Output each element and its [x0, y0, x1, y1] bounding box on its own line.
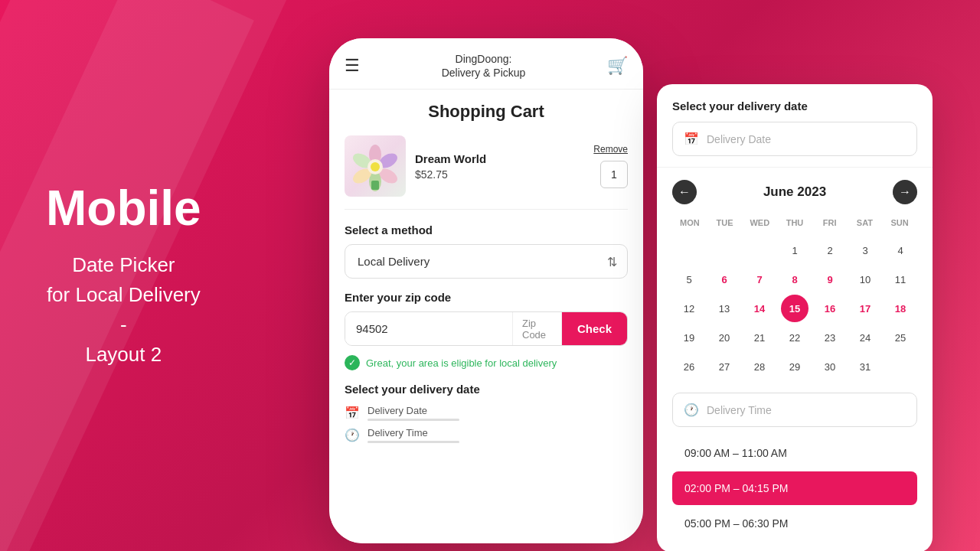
delivery-time-bar: [368, 441, 459, 443]
delivery-date-bar: [368, 419, 459, 421]
subtitle-dash: -: [46, 310, 201, 340]
cal-day[interactable]: 2: [816, 236, 844, 264]
cal-day[interactable]: 29: [781, 353, 808, 380]
cal-day[interactable]: 3: [851, 236, 879, 264]
zip-label: Enter your zip code: [345, 291, 628, 304]
cal-time-clock-icon: 🕐: [684, 403, 699, 417]
cal-prev-button[interactable]: ←: [672, 180, 697, 204]
cal-day[interactable]: 8: [781, 266, 808, 293]
cart-item-actions: Remove 1: [593, 144, 628, 188]
delivery-date-label: Delivery Date: [368, 405, 628, 416]
delivery-time-row: 🕐 Delivery Time: [345, 427, 628, 443]
delivery-date-section: Select your delivery date 📅 Delivery Dat…: [345, 383, 628, 443]
cal-day[interactable]: 5: [675, 266, 703, 293]
cart-item-info: Dream World $52.75: [415, 152, 584, 181]
cal-day[interactable]: 18: [887, 295, 914, 322]
method-select-wrapper: Local Delivery Store Pickup Shipping ⇅: [345, 244, 628, 279]
zip-input[interactable]: [345, 312, 512, 345]
cal-day[interactable]: 21: [746, 324, 773, 351]
cal-day[interactable]: 14: [746, 295, 773, 322]
cal-day[interactable]: 4: [887, 236, 914, 264]
delivery-date-field-info: Delivery Date: [368, 405, 628, 421]
cal-date-icon: 📅: [684, 132, 699, 146]
zip-check-button[interactable]: Check: [562, 312, 627, 345]
cal-date-input-section: Select your delivery date 📅 Delivery Dat…: [657, 84, 933, 168]
cal-day: [710, 236, 738, 264]
cal-days: 1234567891011121314151617181920212223242…: [672, 236, 917, 380]
cart-icon[interactable]: 🛒: [607, 56, 628, 76]
weekday-label: SAT: [848, 215, 883, 230]
delivery-time-label: Delivery Time: [368, 427, 628, 439]
cal-time-input-row[interactable]: 🕐 Delivery Time: [672, 393, 917, 427]
menu-icon[interactable]: ☰: [345, 56, 360, 76]
cart-item-image: [345, 135, 406, 197]
phone-mockup: ☰ DingDoong: Delivery & Pickup 🛒 Shoppin…: [329, 38, 643, 543]
cal-date-placeholder: Delivery Date: [707, 133, 771, 145]
cal-month-year: June 2023: [763, 184, 826, 200]
cal-date-input-row[interactable]: 📅 Delivery Date: [672, 122, 917, 156]
time-slots: 09:00 AM – 11:00 AM02:00 PM – 04:15 PM05…: [672, 436, 917, 540]
cal-day[interactable]: 19: [675, 324, 703, 351]
quantity-box[interactable]: 1: [600, 161, 628, 188]
subtitle-line2: for Local Delivery: [47, 283, 201, 306]
check-circle-icon: ✓: [345, 355, 360, 370]
cal-day[interactable]: 17: [851, 295, 879, 322]
cal-day[interactable]: 30: [816, 353, 844, 380]
cal-day[interactable]: 10: [851, 266, 879, 293]
cart-item: Dream World $52.75 Remove 1: [345, 135, 628, 210]
zip-row: Zip Code Check: [345, 311, 628, 346]
time-slot[interactable]: 09:00 AM – 11:00 AM: [672, 436, 917, 470]
cal-day[interactable]: 1: [781, 236, 808, 264]
cal-nav-row: ← June 2023 →: [672, 180, 917, 204]
calendar-icon: 📅: [345, 406, 360, 420]
cart-item-price: $52.75: [415, 168, 584, 181]
weekday-label: TUE: [707, 215, 743, 230]
cal-day[interactable]: 6: [710, 266, 738, 293]
time-slot[interactable]: 02:00 PM – 04:15 PM: [672, 471, 917, 505]
phone-header: ☰ DingDoong: Delivery & Pickup 🛒: [329, 38, 643, 90]
cal-weekdays: MONTUEWEDTHUFRISATSUN: [672, 215, 917, 230]
cal-day[interactable]: 20: [710, 324, 738, 351]
zip-divider-label: Zip Code: [512, 312, 562, 345]
cal-day[interactable]: 7: [746, 266, 773, 293]
calendar-body: ← June 2023 → MONTUEWEDTHUFRISATSUN 1234…: [657, 168, 933, 393]
cal-day[interactable]: 9: [816, 266, 844, 293]
cal-day[interactable]: 25: [887, 324, 914, 351]
cart-item-name: Dream World: [415, 152, 584, 165]
cal-day[interactable]: 23: [816, 324, 844, 351]
delivery-date-row: 📅 Delivery Date: [345, 405, 628, 421]
cal-day[interactable]: 26: [675, 353, 703, 380]
cal-day[interactable]: 12: [675, 295, 703, 322]
cal-next-button[interactable]: →: [893, 180, 917, 204]
cal-day[interactable]: 13: [710, 295, 738, 322]
cal-day: [675, 236, 703, 264]
cal-day[interactable]: 24: [851, 324, 879, 351]
cal-day[interactable]: 15: [781, 295, 808, 322]
cal-day[interactable]: 16: [816, 295, 844, 322]
svg-point-7: [371, 162, 380, 171]
cal-select-label: Select your delivery date: [672, 99, 917, 112]
remove-button[interactable]: Remove: [593, 144, 628, 155]
calendar-panel: Select your delivery date 📅 Delivery Dat…: [657, 84, 933, 551]
left-panel: Mobile Date Picker for Local Delivery - …: [46, 181, 201, 370]
phone-body: Shopping Cart Dream World: [329, 90, 643, 543]
cal-day[interactable]: 31: [851, 353, 879, 380]
cal-day[interactable]: 28: [746, 353, 773, 380]
cal-time-placeholder: Delivery Time: [707, 404, 772, 416]
app-title: DingDoong: Delivery & Pickup: [442, 52, 526, 80]
weekday-label: THU: [777, 215, 812, 230]
hero-title: Mobile: [46, 181, 201, 235]
cal-day[interactable]: 27: [710, 353, 738, 380]
flower-svg: [348, 139, 402, 193]
cal-day: [746, 236, 773, 264]
weekday-label: SUN: [882, 215, 917, 230]
shopping-cart-title: Shopping Cart: [345, 102, 628, 122]
method-select[interactable]: Local Delivery Store Pickup Shipping: [345, 244, 628, 279]
subtitle: Date Picker for Local Delivery - Layout …: [46, 250, 201, 370]
weekday-label: FRI: [812, 215, 848, 230]
cal-day[interactable]: 11: [887, 266, 914, 293]
cal-day[interactable]: 22: [781, 324, 808, 351]
clock-icon: 🕐: [345, 428, 360, 442]
time-slot[interactable]: 05:00 PM – 06:30 PM: [672, 507, 917, 540]
weekday-label: WED: [742, 215, 777, 230]
